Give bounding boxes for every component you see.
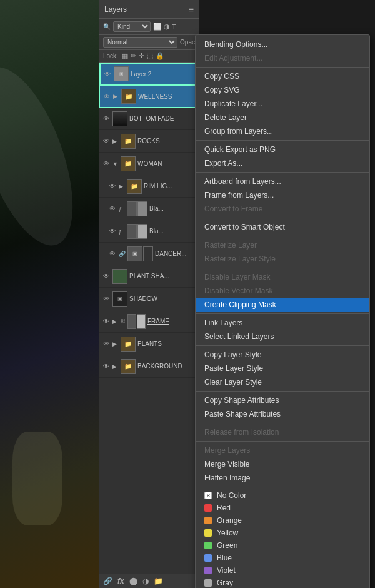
- menu-quick-export-png[interactable]: Quick Export as PNG: [196, 143, 369, 156]
- visibility-icon[interactable]: 👁: [108, 228, 117, 235]
- visibility-icon[interactable]: 👁: [102, 160, 111, 167]
- menu-select-linked-layers[interactable]: Select Linked Layers: [196, 330, 369, 343]
- pixel-filter-icon[interactable]: ⬜: [153, 23, 162, 31]
- menu-link-layers[interactable]: Link Layers: [196, 316, 369, 330]
- panel-menu-icon[interactable]: ≡: [189, 4, 194, 14]
- layer-name: SHADOW: [129, 295, 196, 302]
- lock-all-icon[interactable]: 🔒: [156, 52, 164, 60]
- panel-footer: 🔗 fx ⬤ ◑ 📁: [99, 574, 199, 588]
- menu-copy-layer-style[interactable]: Copy Layer Style: [196, 348, 369, 362]
- layer-item[interactable]: 👁 ▣ SHADOW: [99, 288, 199, 310]
- color-label: Yellow: [217, 529, 238, 537]
- canvas-background: [0, 0, 100, 588]
- visibility-icon[interactable]: 👁: [108, 205, 117, 212]
- expand-arrow[interactable]: ▶: [112, 138, 119, 144]
- lock-image-icon[interactable]: ✏: [131, 52, 136, 60]
- layer-item[interactable]: 👁 ƒ Bla...: [99, 220, 199, 243]
- lock-position-icon[interactable]: ✛: [139, 52, 144, 60]
- context-menu: Blending Options... Edit Adjustment... C…: [195, 34, 370, 588]
- layer-item[interactable]: 👁 ▶ 📁 BACKGROUND: [99, 355, 199, 378]
- color-label: Blue: [217, 554, 232, 562]
- layer-name: PLANTS: [138, 340, 196, 347]
- menu-disable-vector-mask: Disable Vector Mask: [196, 284, 369, 298]
- layer-name: BOTTOM FADE: [129, 115, 196, 122]
- color-no-color[interactable]: No Color: [196, 489, 369, 502]
- menu-paste-layer-style[interactable]: Paste Layer Style: [196, 362, 369, 375]
- layer-item[interactable]: 👁 ▶ 📁 WELLNESS: [99, 85, 199, 108]
- layer-thumbnail: 📁: [121, 89, 136, 104]
- kind-select[interactable]: Kind: [113, 21, 151, 32]
- layers-panel: Layers ≡ 🔍 Kind ⬜ ◑ T Normal Opac Lock: …: [99, 0, 199, 588]
- menu-copy-shape-attributes[interactable]: Copy Shape Attributes: [196, 393, 369, 407]
- color-gray[interactable]: Gray: [196, 577, 369, 588]
- link-icon[interactable]: 🔗: [103, 577, 112, 585]
- type-filter-icon[interactable]: T: [172, 23, 176, 31]
- lock-transparent-icon[interactable]: ▦: [122, 52, 128, 60]
- visibility-icon[interactable]: 👁: [103, 71, 112, 78]
- color-label: Red: [217, 504, 231, 512]
- color-swatch-red: [204, 504, 212, 512]
- layer-item[interactable]: 👁 ▶ 📁 PLANTS: [99, 333, 199, 355]
- layer-thumbnail: 📁: [121, 156, 136, 171]
- expand-arrow[interactable]: ▶: [113, 93, 119, 99]
- expand-arrow[interactable]: ▶: [112, 363, 119, 370]
- menu-convert-smart-object[interactable]: Convert to Smart Object: [196, 220, 369, 234]
- color-violet[interactable]: Violet: [196, 564, 369, 577]
- layer-item[interactable]: 👁 ▼ 📁 WOMAN: [99, 153, 199, 175]
- blend-mode-select[interactable]: Normal: [103, 37, 178, 48]
- adjustment-filter-icon[interactable]: ◑: [164, 23, 170, 31]
- visibility-icon[interactable]: 👁: [108, 183, 117, 190]
- menu-export-as[interactable]: Export As...: [196, 156, 369, 170]
- layer-item[interactable]: 👁 PLANT SHA...: [99, 265, 199, 288]
- color-red[interactable]: Red: [196, 502, 369, 514]
- mask-button[interactable]: ⬤: [129, 577, 138, 585]
- visibility-icon[interactable]: 👁: [102, 340, 111, 347]
- visibility-icon[interactable]: 👁: [102, 93, 111, 100]
- visibility-icon[interactable]: 👁: [102, 273, 111, 280]
- separator: [196, 67, 369, 68]
- menu-flatten-image[interactable]: Flatten Image: [196, 471, 369, 485]
- menu-delete-layer[interactable]: Delete Layer: [196, 111, 369, 124]
- adjustment-button[interactable]: ◑: [142, 577, 149, 585]
- menu-blending-options[interactable]: Blending Options...: [196, 38, 369, 51]
- separator: [196, 236, 369, 236]
- layer-item[interactable]: 👁 🔗 ▣ DANCER...: [99, 243, 199, 265]
- color-blue[interactable]: Blue: [196, 552, 369, 564]
- layer-thumbnail: 📁: [121, 337, 136, 352]
- menu-clear-layer-style[interactable]: Clear Layer Style: [196, 375, 369, 389]
- layer-name: Bla...: [149, 228, 196, 235]
- visibility-icon[interactable]: 👁: [102, 318, 111, 325]
- visibility-icon[interactable]: 👁: [108, 250, 117, 257]
- expand-arrow[interactable]: ▶: [112, 318, 119, 325]
- layer-item[interactable]: 👁 ƒ Bla...: [99, 198, 199, 220]
- layer-item[interactable]: 👁 ▶ ⛓ FRAME: [99, 310, 199, 333]
- menu-create-clipping-mask[interactable]: Create Clipping Mask: [196, 298, 369, 312]
- lock-artboard-icon[interactable]: ⬚: [147, 52, 153, 60]
- layer-item[interactable]: 👁 ▣ Layer 2: [99, 63, 199, 85]
- menu-artboard-from-layers[interactable]: Artboard from Layers...: [196, 175, 369, 188]
- menu-frame-from-layers[interactable]: Frame from Layers...: [196, 188, 369, 202]
- fx-button[interactable]: fx: [118, 577, 124, 585]
- menu-copy-svg[interactable]: Copy SVG: [196, 83, 369, 97]
- menu-merge-visible[interactable]: Merge Visible: [196, 457, 369, 471]
- layer-item[interactable]: 👁 ▶ 📁 RIM LIG...: [99, 175, 199, 198]
- expand-arrow[interactable]: ▶: [112, 341, 119, 347]
- new-group-button[interactable]: 📁: [154, 577, 163, 585]
- layer-item[interactable]: 👁 ▶ 📁 ROCKS: [99, 130, 199, 153]
- visibility-icon[interactable]: 👁: [102, 138, 111, 144]
- menu-copy-css[interactable]: Copy CSS: [196, 69, 369, 83]
- layer-item[interactable]: 👁 BOTTOM FADE: [99, 108, 199, 130]
- layer-name: RIM LIG...: [144, 183, 196, 190]
- menu-paste-shape-attributes[interactable]: Paste Shape Attributes: [196, 407, 369, 421]
- color-yellow[interactable]: Yellow: [196, 527, 369, 539]
- layer-thumbnail: ▣: [128, 246, 142, 261]
- color-orange[interactable]: Orange: [196, 514, 369, 527]
- color-green[interactable]: Green: [196, 539, 369, 552]
- menu-duplicate-layer[interactable]: Duplicate Layer...: [196, 97, 369, 111]
- menu-group-from-layers[interactable]: Group from Layers...: [196, 124, 369, 138]
- visibility-icon[interactable]: 👁: [102, 115, 111, 122]
- expand-arrow[interactable]: ▼: [112, 161, 119, 167]
- expand-arrow[interactable]: ▶: [119, 183, 125, 190]
- visibility-icon[interactable]: 👁: [102, 363, 111, 370]
- visibility-icon[interactable]: 👁: [102, 295, 111, 302]
